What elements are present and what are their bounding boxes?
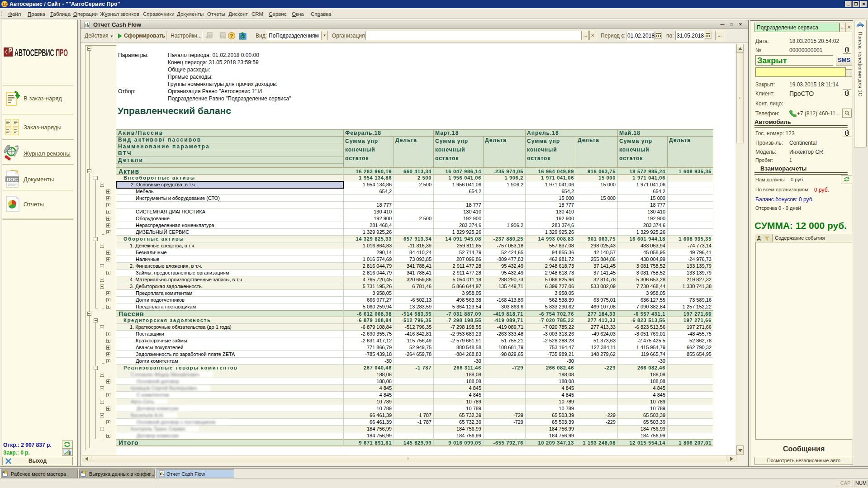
svg-text:@: @: [240, 33, 246, 40]
svg-text:DOC: DOC: [7, 177, 18, 182]
svg-text:?: ?: [230, 33, 233, 38]
svg-text:1С: 1С: [2, 2, 8, 7]
